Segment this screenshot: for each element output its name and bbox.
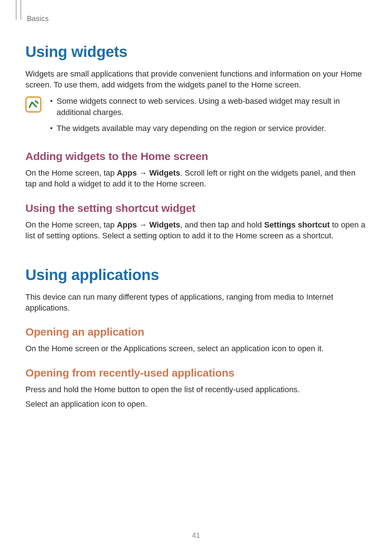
paragraph-opening-recent-1: Press and hold the Home button to open t…	[25, 384, 367, 395]
arrow-icon: →	[137, 168, 149, 177]
running-header: Basics	[27, 15, 367, 23]
heading-using-applications: Using applications	[25, 266, 367, 284]
heading-opening-recent: Opening from recently-used applications	[25, 367, 367, 379]
paragraph-opening-recent-2: Select an application icon to open.	[25, 399, 367, 410]
document-page: Basics Using widgets Widgets are small a…	[0, 0, 392, 554]
heading-setting-shortcut: Using the setting shortcut widget	[25, 202, 367, 214]
heading-using-widgets: Using widgets	[25, 43, 367, 61]
note-icon	[25, 97, 41, 112]
paragraph-opening-application: On the Home screen or the Applications s…	[25, 343, 367, 354]
heading-adding-widgets: Adding widgets to the Home screen	[25, 150, 367, 163]
note-block: Some widgets connect to web services. Us…	[25, 96, 367, 139]
page-number: 41	[0, 531, 392, 539]
text-bold-apps: Apps	[117, 220, 137, 229]
paragraph-adding-widgets: On the Home screen, tap Apps → Widgets. …	[25, 168, 367, 190]
paragraph-setting-shortcut: On the Home screen, tap Apps → Widgets, …	[25, 219, 367, 242]
margin-tab-mark	[16, 0, 21, 20]
text-bold-widgets: Widgets	[149, 168, 180, 177]
text-fragment: On the Home screen, tap	[25, 220, 117, 229]
heading-opening-application: Opening an application	[25, 326, 367, 338]
paragraph-widgets-intro: Widgets are small applications that prov…	[25, 69, 367, 91]
text-bold-widgets: Widgets	[149, 220, 180, 229]
text-bold-apps: Apps	[117, 168, 137, 177]
text-fragment: On the Home screen, tap	[25, 168, 117, 177]
note-list: Some widgets connect to web services. Us…	[49, 96, 367, 139]
paragraph-apps-intro: This device can run many different types…	[25, 292, 367, 314]
text-fragment: , and then tap and hold	[180, 220, 264, 229]
note-item: Some widgets connect to web services. Us…	[49, 96, 367, 118]
note-item: The widgets available may vary depending…	[49, 123, 367, 134]
text-bold-settings-shortcut: Settings shortcut	[264, 220, 330, 229]
arrow-icon: →	[137, 220, 149, 229]
